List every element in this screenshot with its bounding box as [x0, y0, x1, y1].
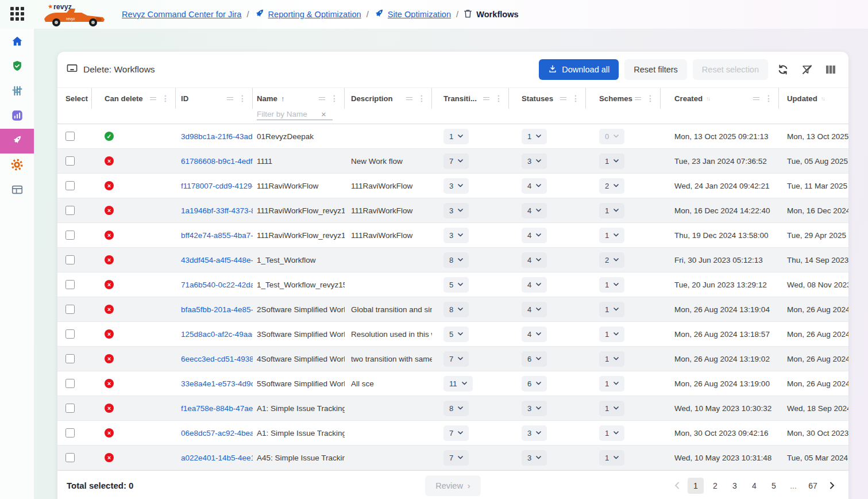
count-dropdown[interactable]: 2 — [599, 178, 624, 194]
filter-icon[interactable] — [319, 97, 325, 100]
filter-icon[interactable] — [406, 97, 412, 100]
workflow-id-link[interactable]: f1178007-cdd9-4129-a — [181, 182, 253, 190]
sidebar-item-shield[interactable] — [0, 55, 34, 79]
count-dropdown[interactable]: 5 — [443, 327, 469, 342]
refresh-icon[interactable] — [774, 62, 792, 78]
row-select-checkbox[interactable] — [65, 156, 75, 166]
column-header-name[interactable]: Name↑⋮ — [253, 88, 345, 109]
column-header-created[interactable]: Created↑↓⋮ — [661, 88, 779, 109]
row-select-checkbox[interactable] — [65, 132, 75, 141]
workflow-id-link[interactable]: 06e8dc57-ac92-4bea-b — [181, 429, 253, 437]
sidebar-item-bar-chart[interactable] — [0, 104, 34, 129]
sort-asc-icon[interactable]: ↑ — [281, 94, 285, 103]
count-dropdown[interactable]: 1 — [599, 203, 624, 218]
column-header-transitions[interactable]: Transiti...⋮ — [432, 88, 509, 109]
count-dropdown[interactable]: 3 — [443, 203, 469, 218]
count-dropdown[interactable]: 0 — [599, 129, 624, 144]
page-button-2[interactable]: 2 — [707, 478, 723, 494]
row-select-checkbox[interactable] — [65, 453, 75, 462]
sort-icon[interactable]: ↑↓ — [821, 95, 824, 102]
count-dropdown[interactable]: 1 — [599, 228, 624, 243]
count-dropdown[interactable]: 3 — [522, 425, 547, 441]
workflow-id-link[interactable]: 33e8a4e1-e573-4d9c-9 — [181, 379, 253, 388]
page-button-5[interactable]: 5 — [766, 478, 782, 494]
sidebar-item-home[interactable] — [0, 30, 34, 55]
workflow-id-link[interactable]: 3d98bc1a-21f6-43ad-b — [181, 132, 253, 141]
filter-icon[interactable] — [635, 97, 641, 100]
count-dropdown[interactable]: 7 — [443, 351, 469, 367]
filter-off-icon[interactable] — [798, 62, 816, 78]
workflow-id-link[interactable]: bff42e74-a855-4ba7-8 — [181, 231, 253, 240]
row-select-checkbox[interactable] — [65, 379, 75, 388]
workflow-id-link[interactable]: 61786608-b9c1-4edf-a — [181, 157, 253, 166]
column-header-schemes[interactable]: Schemes⋮ — [586, 88, 661, 109]
count-dropdown[interactable]: 4 — [522, 178, 547, 194]
count-dropdown[interactable]: 2 — [599, 252, 624, 268]
sort-icon[interactable]: ↑↓ — [706, 95, 709, 102]
count-dropdown[interactable]: 5 — [443, 277, 469, 293]
column-menu-icon[interactable]: ⋮ — [646, 94, 654, 102]
count-dropdown[interactable]: 1 — [522, 129, 547, 144]
name-filter-input[interactable] — [257, 110, 321, 118]
count-dropdown[interactable]: 3 — [522, 153, 547, 169]
breadcrumb-link[interactable]: Revyz Command Center for Jira — [122, 10, 241, 19]
page-button-3[interactable]: 3 — [727, 478, 743, 494]
count-dropdown[interactable]: 4 — [522, 327, 547, 342]
row-select-checkbox[interactable] — [65, 329, 75, 339]
workflow-id-link[interactable]: 43ddf454-a4f5-448e-a — [181, 256, 253, 264]
breadcrumb-link[interactable]: Site Optimization — [374, 9, 451, 20]
chevron-right-icon[interactable] — [824, 478, 839, 494]
row-select-checkbox[interactable] — [65, 354, 75, 363]
workflow-id-link[interactable]: 1a1946bf-33ff-4373-8 — [181, 206, 253, 215]
workflow-id-link[interactable]: 6eecc3ed-cd51-4938-8 — [181, 355, 253, 363]
count-dropdown[interactable]: 4 — [522, 252, 547, 268]
count-dropdown[interactable]: 1 — [599, 302, 624, 317]
row-select-checkbox[interactable] — [65, 231, 75, 240]
row-select-checkbox[interactable] — [65, 255, 75, 264]
workflow-id-link[interactable]: 71a6b540-0c22-42da-b — [181, 281, 253, 289]
column-header-statuses[interactable]: Statuses⋮ — [509, 88, 586, 109]
count-dropdown[interactable]: 1 — [599, 327, 624, 342]
download-all-button[interactable]: Download all — [539, 59, 619, 80]
filter-icon[interactable] — [560, 97, 566, 100]
page-button-1[interactable]: 1 — [688, 478, 704, 494]
count-dropdown[interactable]: 1 — [599, 376, 624, 391]
workflow-id-link[interactable]: bfaa5fbb-201a-4e85-9 — [181, 305, 253, 314]
reset-selection-button[interactable]: Reset selection — [693, 59, 768, 80]
filter-icon[interactable] — [227, 97, 233, 100]
column-menu-icon[interactable]: ⋮ — [161, 94, 169, 102]
count-dropdown[interactable]: 1 — [599, 351, 624, 367]
count-dropdown[interactable]: 4 — [522, 228, 547, 243]
column-header-description[interactable]: Description⋮ — [345, 88, 432, 109]
count-dropdown[interactable]: 1 — [599, 450, 624, 466]
count-dropdown[interactable]: 3 — [443, 178, 469, 194]
column-menu-icon[interactable]: ⋮ — [330, 94, 338, 102]
count-dropdown[interactable]: 6 — [522, 351, 547, 367]
sidebar-item-sliders[interactable] — [0, 79, 34, 104]
review-button[interactable]: Review › — [425, 475, 480, 496]
count-dropdown[interactable]: 11 — [443, 376, 473, 391]
sidebar-item-gear[interactable] — [0, 153, 34, 178]
page-button-67[interactable]: 67 — [805, 478, 821, 494]
row-select-checkbox[interactable] — [65, 280, 75, 289]
filter-icon[interactable] — [483, 97, 489, 100]
column-menu-icon[interactable]: ⋮ — [238, 94, 246, 102]
count-dropdown[interactable]: 8 — [443, 401, 469, 416]
row-select-checkbox[interactable] — [65, 181, 75, 190]
page-button-4[interactable]: 4 — [746, 478, 762, 494]
count-dropdown[interactable]: 7 — [443, 450, 469, 466]
count-dropdown[interactable]: 3 — [522, 450, 547, 466]
count-dropdown[interactable]: 3 — [443, 228, 469, 243]
columns-icon[interactable] — [822, 63, 839, 76]
row-select-checkbox[interactable] — [65, 206, 75, 215]
count-dropdown[interactable]: 7 — [443, 425, 469, 441]
column-header-updated[interactable]: Updated↑↓ — [779, 88, 848, 109]
count-dropdown[interactable]: 7 — [443, 153, 469, 169]
count-dropdown[interactable]: 8 — [443, 252, 469, 268]
workflow-id-link[interactable]: 125d8ac0-af2c-49aa-b — [181, 330, 253, 339]
count-dropdown[interactable]: 8 — [443, 302, 469, 317]
clear-filter-icon[interactable]: × — [321, 110, 326, 118]
row-select-checkbox[interactable] — [65, 305, 75, 314]
count-dropdown[interactable]: 1 — [443, 129, 469, 144]
column-menu-icon[interactable]: ⋮ — [495, 94, 503, 102]
